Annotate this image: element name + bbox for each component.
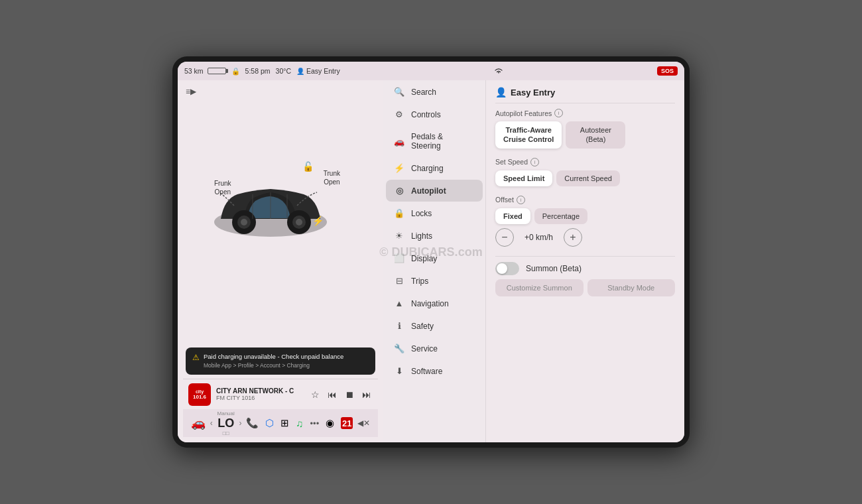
menu-item-software[interactable]: ⬇ Software: [386, 360, 483, 382]
summon-label: Summon (Beta): [526, 264, 582, 273]
menu-item-display[interactable]: ⬜ Display: [386, 247, 483, 269]
gear-mode-label: Manual: [217, 410, 235, 416]
menu-icon-navigation: ▲: [394, 298, 404, 308]
menu-item-navigation[interactable]: ▲ Navigation: [386, 292, 483, 314]
speed-info-icon[interactable]: i: [530, 158, 539, 166]
radio-info: CITY ARN NETWORK - C FM CITY 1016: [216, 387, 304, 401]
menu-item-pedals[interactable]: 🚗 Pedals & Steering: [386, 126, 483, 157]
menu-item-locks[interactable]: 🔒 Locks: [386, 202, 483, 224]
current-speed-button[interactable]: Current Speed: [556, 170, 620, 186]
menu-icon-safety: ℹ: [394, 321, 404, 331]
decrement-button[interactable]: −: [495, 228, 514, 247]
dock-left: 🚗: [191, 416, 206, 430]
fixed-button[interactable]: Fixed: [495, 208, 530, 224]
radio-next-button[interactable]: ⏭: [361, 388, 373, 401]
profile-icon: 👤: [495, 87, 507, 97]
car-visual-area: FrunkOpen TrunkOpen 🔓: [183, 100, 378, 345]
menu-label-locks: Locks: [411, 209, 432, 218]
warning-sub: Mobile App > Profile > Account > Chargin…: [204, 362, 343, 370]
toggle-thumb: [497, 263, 507, 274]
radio-controls[interactable]: ☆ ⏮ ⏹ ⏭: [310, 388, 373, 401]
spotify-icon[interactable]: ♫: [296, 418, 303, 429]
car-image: [201, 156, 340, 255]
menu-label-software: Software: [411, 367, 442, 376]
car-screen-frame: 53 km 🔒 5:58 pm 30°C 👤 Easy Entry SOS: [172, 56, 690, 448]
lock-status-icon: 🔒: [231, 67, 240, 76]
warning-main: Paid charging unavailable - Check unpaid…: [204, 352, 343, 361]
radio-station-freq: FM CITY 1016: [216, 395, 304, 401]
phone-icon[interactable]: 📞: [246, 417, 259, 429]
menu-item-search[interactable]: 🔍 Search: [386, 81, 483, 103]
radio-city: city: [196, 389, 204, 394]
menu-item-controls[interactable]: ⚙ Controls: [386, 103, 483, 125]
menu-item-autopilot[interactable]: ◎ Autopilot: [386, 180, 483, 202]
percentage-button[interactable]: Percentage: [534, 208, 587, 224]
menu-panel: 🔍 Search ⚙ Controls 🚗 Pedals & Steering …: [383, 80, 486, 442]
sos-button[interactable]: SOS: [657, 66, 678, 76]
autosteer-button[interactable]: Autosteer(Beta): [566, 121, 625, 149]
autopilot-features-buttons[interactable]: Traffic-AwareCruise Control Autosteer(Be…: [495, 121, 675, 149]
more-icon[interactable]: •••: [310, 418, 320, 428]
menu-item-service[interactable]: 🔧 Service: [386, 338, 483, 359]
summon-section: Summon (Beta) Customize Summon Standby M…: [495, 262, 675, 296]
menu-item-safety[interactable]: ℹ Safety: [386, 315, 483, 337]
menu-label-charging: Charging: [411, 164, 444, 173]
standby-mode-button[interactable]: Standby Mode: [587, 279, 676, 296]
menu-label-safety: Safety: [411, 322, 434, 331]
car-lock-icon: 🔓: [302, 161, 314, 172]
svg-point-6: [296, 219, 302, 225]
customize-summon-button[interactable]: Customize Summon: [495, 279, 584, 296]
menu-label-service: Service: [411, 344, 438, 353]
speed-limit-button[interactable]: Speed Limit: [495, 170, 552, 186]
offset-value: +0 km/h: [521, 233, 557, 242]
driver-label: Easy Entry: [306, 67, 340, 75]
gear-chevron-left[interactable]: ‹: [210, 418, 213, 428]
dock-app-icons[interactable]: 📞 ⬡ ⊞ ♫ ••• ◉ 21: [246, 417, 353, 429]
menu-item-charging[interactable]: ⚡ Charging: [386, 157, 483, 179]
menu-list: 🔍 Search ⚙ Controls 🚗 Pedals & Steering …: [383, 80, 485, 383]
status-bar: 53 km 🔒 5:58 pm 30°C 👤 Easy Entry SOS: [178, 62, 684, 80]
summon-action-buttons: Customize Summon Standby Mode: [495, 279, 675, 296]
menu-icon-autopilot: ◎: [394, 186, 404, 196]
divider-2: [495, 256, 675, 257]
temperature-display: 30°C: [276, 67, 291, 75]
menu-label-pedals: Pedals & Steering: [411, 132, 475, 151]
radio-station-name: CITY ARN NETWORK - C: [216, 387, 304, 395]
offset-stepper[interactable]: − +0 km/h +: [495, 228, 675, 247]
offset-info-icon[interactable]: i: [517, 196, 525, 204]
offset-type-buttons[interactable]: Fixed Percentage: [495, 208, 675, 224]
radio-bar[interactable]: city 101.6 CITY ARN NETWORK - C FM CITY …: [183, 379, 378, 409]
radio-prev-button[interactable]: ⏮: [326, 388, 338, 401]
gear-chevron-right[interactable]: ›: [239, 418, 242, 428]
radio-stop-button[interactable]: ⏹: [343, 388, 355, 401]
autopilot-panel: 👤 Easy Entry Autopilot Features i Traffi…: [486, 80, 684, 442]
car-charging-icon: ⚡: [312, 216, 324, 226]
menu-icon-software: ⬇: [394, 366, 404, 376]
bluetooth-icon[interactable]: ⬡: [265, 417, 274, 429]
playlist-icon: ≡▶: [186, 87, 196, 96]
radio-logo: city 101.6: [188, 383, 211, 406]
main-content-area: ≡▶ FrunkOpen TrunkOpen 🔓: [178, 80, 684, 442]
features-info-icon[interactable]: i: [554, 109, 563, 117]
volume-icon: ◀✕: [357, 418, 370, 428]
temp-value-display: LO: [217, 416, 234, 430]
section-title: Easy Entry: [511, 88, 555, 97]
menu-item-trips[interactable]: ⊟ Trips: [386, 270, 483, 292]
increment-button[interactable]: +: [564, 228, 582, 247]
fan-icon: □□: [223, 430, 229, 436]
traffic-cruise-button[interactable]: Traffic-AwareCruise Control: [495, 121, 562, 149]
speed-mode-buttons[interactable]: Speed Limit Current Speed: [495, 170, 675, 186]
menu-item-lights[interactable]: ☀ Lights: [386, 225, 483, 247]
radio-favorite-button[interactable]: ☆: [310, 388, 321, 401]
menu-icon-display: ⬜: [394, 253, 404, 263]
camera-icon[interactable]: ◉: [326, 417, 334, 429]
apps-icon[interactable]: ⊞: [280, 417, 289, 429]
dock-car-icon: 🚗: [191, 416, 206, 430]
summon-toggle[interactable]: [495, 262, 519, 275]
features-label: Autopilot Features i: [495, 109, 675, 117]
volume-control[interactable]: ◀✕: [357, 418, 370, 428]
set-speed-section: Set Speed i Speed Limit Current Speed: [495, 158, 675, 186]
calendar-icon[interactable]: 21: [341, 417, 353, 429]
summon-toggle-row[interactable]: Summon (Beta): [495, 262, 675, 275]
tesla-screen: 53 km 🔒 5:58 pm 30°C 👤 Easy Entry SOS: [178, 62, 684, 442]
